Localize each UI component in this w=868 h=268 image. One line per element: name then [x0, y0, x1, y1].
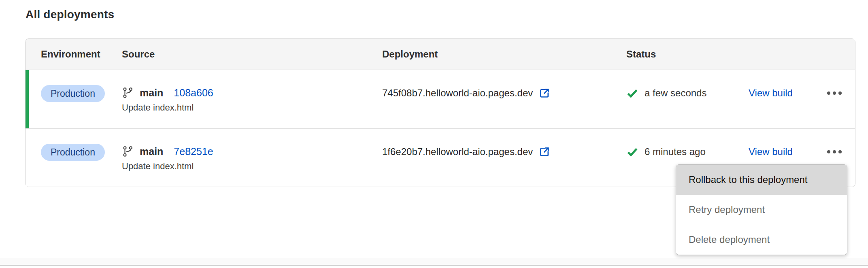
- commit-message: Update index.html: [122, 161, 382, 172]
- environment-badge: Production: [41, 144, 105, 161]
- check-icon: [626, 87, 638, 99]
- git-branch-icon: [122, 87, 134, 99]
- view-build-link[interactable]: View build: [749, 146, 793, 157]
- overflow-menu-icon[interactable]: [827, 91, 842, 95]
- check-icon: [626, 146, 638, 158]
- deployment-url: 745f08b7.helloworld-aio.pages.dev: [382, 87, 533, 99]
- deployment-url: 1f6e20b7.helloworld-aio.pages.dev: [382, 146, 533, 157]
- page-title: All deployments: [26, 8, 114, 21]
- view-build-link[interactable]: View build: [749, 87, 793, 99]
- git-branch-icon: [122, 145, 134, 157]
- menu-item-retry[interactable]: Retry deployment: [676, 195, 847, 225]
- branch-name: main: [140, 146, 163, 157]
- environment-badge: Production: [41, 85, 105, 102]
- menu-item-rollback[interactable]: Rollback to this deployment: [676, 165, 847, 195]
- column-header-deployment: Deployment: [382, 49, 626, 60]
- column-header-source: Source: [122, 49, 382, 60]
- commit-link[interactable]: 7e8251e: [174, 146, 213, 157]
- branch-name: main: [140, 87, 163, 99]
- table-header-row: Environment Source Deployment Status: [26, 39, 855, 70]
- menu-item-delete[interactable]: Delete deployment: [676, 225, 847, 255]
- status-time: 6 minutes ago: [645, 146, 706, 157]
- column-header-environment: Environment: [41, 49, 122, 60]
- footer-strip: [0, 258, 868, 265]
- footer-divider: [0, 265, 868, 266]
- commit-message: Update index.html: [122, 102, 382, 113]
- status-time: a few seconds: [645, 87, 706, 99]
- external-link-icon[interactable]: [538, 87, 551, 99]
- column-header-status: Status: [626, 49, 749, 60]
- overflow-menu-icon[interactable]: [827, 150, 842, 153]
- deployment-context-menu: Rollback to this deployment Retry deploy…: [676, 164, 847, 255]
- external-link-icon[interactable]: [538, 146, 551, 158]
- table-row: Production main 108a606 Update index.htm…: [26, 70, 855, 128]
- commit-link[interactable]: 108a606: [174, 87, 213, 99]
